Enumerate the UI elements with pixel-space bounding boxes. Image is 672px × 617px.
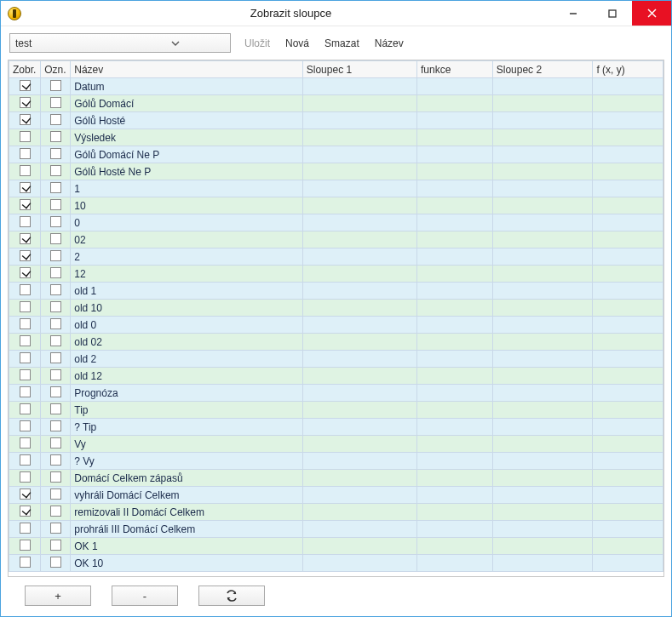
- table-row[interactable]: vyhráli Domácí Celkem: [9, 487, 663, 504]
- fxy-cell[interactable]: [593, 351, 663, 368]
- ozn-checkbox[interactable]: [50, 386, 61, 397]
- table-row[interactable]: 0: [9, 214, 663, 231]
- nazev-cell[interactable]: Tip: [71, 402, 303, 419]
- zobr-checkbox[interactable]: [20, 454, 31, 466]
- table-row[interactable]: 02: [9, 231, 663, 249]
- sloupec2-cell[interactable]: [492, 487, 593, 504]
- sloupec1-cell[interactable]: [302, 521, 416, 538]
- nazev-cell[interactable]: old 0: [71, 317, 303, 334]
- sloupec2-cell[interactable]: [492, 197, 593, 214]
- ozn-checkbox[interactable]: [50, 301, 61, 312]
- ozn-checkbox[interactable]: [50, 97, 61, 108]
- zobr-checkbox[interactable]: [20, 523, 31, 534]
- sloupec1-cell[interactable]: [302, 214, 416, 231]
- sloupec1-cell[interactable]: [302, 249, 416, 266]
- new-button[interactable]: Nová: [284, 37, 311, 49]
- sloupec2-cell[interactable]: [492, 555, 593, 572]
- fxy-cell[interactable]: [593, 334, 663, 351]
- fxy-cell[interactable]: [593, 146, 663, 163]
- ozn-checkbox[interactable]: [50, 80, 61, 91]
- fxy-cell[interactable]: [593, 385, 663, 402]
- funkce-cell[interactable]: [416, 231, 492, 249]
- sloupec2-cell[interactable]: [492, 368, 593, 385]
- nazev-cell[interactable]: vyhráli Domácí Celkem: [71, 487, 303, 504]
- zobr-checkbox[interactable]: [20, 97, 31, 108]
- nazev-cell[interactable]: ? Tip: [71, 419, 303, 436]
- funkce-cell[interactable]: [416, 436, 492, 453]
- ozn-checkbox[interactable]: [50, 403, 61, 414]
- sloupec1-cell[interactable]: [302, 266, 416, 283]
- ozn-checkbox[interactable]: [50, 318, 61, 329]
- zobr-checkbox[interactable]: [20, 437, 31, 448]
- sloupec1-cell[interactable]: [302, 385, 416, 402]
- header-ozn[interactable]: Ozn.: [41, 61, 71, 78]
- table-row[interactable]: Tip: [9, 402, 663, 419]
- sloupec2-cell[interactable]: [492, 521, 593, 538]
- sloupec1-cell[interactable]: [302, 538, 416, 555]
- zobr-checkbox[interactable]: [20, 233, 31, 244]
- table-row[interactable]: prohráli III Domácí Celkem: [9, 521, 663, 538]
- sloupec2-cell[interactable]: [492, 78, 593, 95]
- sloupec2-cell[interactable]: [492, 129, 593, 146]
- header-sloupec1[interactable]: Sloupec 1: [302, 61, 416, 78]
- ozn-checkbox[interactable]: [50, 216, 61, 227]
- zobr-checkbox[interactable]: [20, 131, 31, 142]
- nazev-cell[interactable]: Domácí Celkem zápasů: [71, 470, 303, 487]
- sloupec1-cell[interactable]: [302, 95, 416, 112]
- funkce-cell[interactable]: [416, 368, 492, 385]
- fxy-cell[interactable]: [593, 419, 663, 436]
- nazev-cell[interactable]: old 10: [71, 300, 303, 317]
- funkce-cell[interactable]: [416, 197, 492, 214]
- table-row[interactable]: Výsledek: [9, 129, 663, 146]
- table-row[interactable]: old 10: [9, 300, 663, 317]
- maximize-button[interactable]: [593, 1, 632, 26]
- sloupec1-cell[interactable]: [302, 487, 416, 504]
- ozn-checkbox[interactable]: [50, 420, 61, 431]
- table-row[interactable]: old 2: [9, 351, 663, 368]
- zobr-checkbox[interactable]: [20, 80, 31, 91]
- sloupec2-cell[interactable]: [492, 163, 593, 180]
- zobr-checkbox[interactable]: [20, 506, 31, 517]
- fxy-cell[interactable]: [593, 231, 663, 249]
- fxy-cell[interactable]: [593, 249, 663, 266]
- sloupec1-cell[interactable]: [302, 112, 416, 129]
- sloupec1-cell[interactable]: [302, 163, 416, 180]
- funkce-cell[interactable]: [416, 385, 492, 402]
- funkce-cell[interactable]: [416, 163, 492, 180]
- sloupec2-cell[interactable]: [492, 538, 593, 555]
- ozn-checkbox[interactable]: [50, 454, 61, 466]
- ozn-checkbox[interactable]: [50, 250, 61, 261]
- fxy-cell[interactable]: [593, 504, 663, 521]
- ozn-checkbox[interactable]: [50, 352, 61, 363]
- sloupec2-cell[interactable]: [492, 266, 593, 283]
- ozn-checkbox[interactable]: [50, 369, 61, 380]
- ozn-checkbox[interactable]: [50, 165, 61, 176]
- zobr-checkbox[interactable]: [20, 369, 31, 380]
- fxy-cell[interactable]: [593, 317, 663, 334]
- ozn-checkbox[interactable]: [50, 437, 61, 448]
- nazev-cell[interactable]: old 02: [71, 334, 303, 351]
- fxy-cell[interactable]: [593, 214, 663, 231]
- fxy-cell[interactable]: [593, 112, 663, 129]
- sloupec1-cell[interactable]: [302, 334, 416, 351]
- ozn-checkbox[interactable]: [50, 523, 61, 534]
- nazev-cell[interactable]: Gólů Domácí Ne P: [71, 146, 303, 163]
- sloupec1-cell[interactable]: [302, 129, 416, 146]
- sloupec1-cell[interactable]: [302, 317, 416, 334]
- funkce-cell[interactable]: [416, 538, 492, 555]
- fxy-cell[interactable]: [593, 180, 663, 197]
- sloupec2-cell[interactable]: [492, 112, 593, 129]
- fxy-cell[interactable]: [593, 197, 663, 214]
- table-row[interactable]: old 02: [9, 334, 663, 351]
- nazev-cell[interactable]: Datum: [71, 78, 303, 95]
- sloupec2-cell[interactable]: [492, 470, 593, 487]
- funkce-cell[interactable]: [416, 317, 492, 334]
- save-button[interactable]: Uložit: [243, 37, 272, 49]
- sloupec2-cell[interactable]: [492, 419, 593, 436]
- fxy-cell[interactable]: [593, 453, 663, 470]
- sloupec1-cell[interactable]: [302, 351, 416, 368]
- zobr-checkbox[interactable]: [20, 557, 31, 568]
- fxy-cell[interactable]: [593, 555, 663, 572]
- funkce-cell[interactable]: [416, 300, 492, 317]
- fxy-cell[interactable]: [593, 95, 663, 112]
